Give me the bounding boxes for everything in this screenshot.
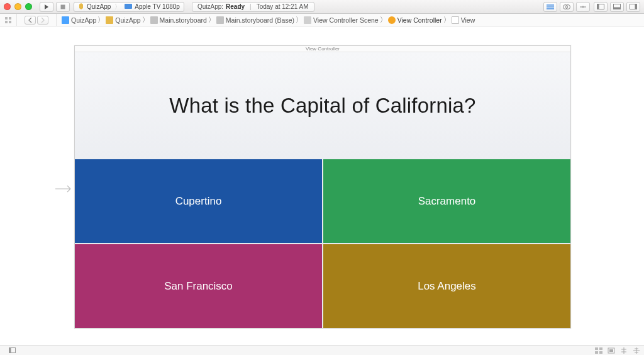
- breadcrumb-separator-icon: 〉: [142, 16, 149, 25]
- story-icon: [216, 16, 224, 24]
- question-label-container[interactable]: What is the Capital of California?: [75, 52, 570, 159]
- breadcrumb-item[interactable]: Main.storyboard (Base): [215, 16, 296, 24]
- related-items-icon[interactable]: [4, 17, 13, 23]
- status-time-label: Today at 12:21 AM: [257, 3, 309, 10]
- answer-button[interactable]: Sacramento: [323, 159, 570, 243]
- breadcrumb-label: QuizApp: [71, 16, 96, 24]
- svg-rect-18: [595, 351, 598, 354]
- breadcrumb-label: Main.storyboard: [160, 16, 207, 24]
- toggle-utilities-button[interactable]: [626, 2, 640, 12]
- activity-view: QuizApp: Ready | Today at 12:21 AM: [192, 2, 314, 12]
- breadcrumb-item[interactable]: View Controller Scene: [303, 16, 380, 24]
- breadcrumb-separator-icon: 〉: [443, 16, 450, 25]
- device-icon: [125, 3, 132, 10]
- pin-constraints-icon[interactable]: [633, 347, 640, 354]
- breadcrumb-label: View Controller: [397, 16, 442, 24]
- status-state-label: Ready: [226, 3, 245, 10]
- svg-rect-5: [597, 4, 599, 9]
- zoom-window-button[interactable]: [25, 3, 32, 10]
- fold-icon: [106, 16, 113, 24]
- svg-rect-17: [599, 347, 602, 350]
- answer-button[interactable]: Los Angeles: [323, 244, 570, 328]
- answer-button[interactable]: Cupertino: [75, 159, 322, 243]
- breadcrumb-label: Main.storyboard (Base): [226, 16, 294, 24]
- jump-bar: QuizApp〉QuizApp〉Main.storyboard〉Main.sto…: [0, 14, 644, 26]
- svg-rect-16: [595, 347, 598, 350]
- scheme-app-label: QuizApp: [87, 3, 111, 10]
- svg-rect-7: [614, 8, 621, 9]
- vc-icon: [388, 16, 396, 24]
- svg-rect-15: [9, 348, 11, 353]
- scheme-selector[interactable]: QuizApp 〉 Apple TV 1080p: [74, 2, 184, 12]
- editor-assistant-button[interactable]: [560, 2, 574, 12]
- view-icon: [452, 16, 459, 24]
- scene-view-controller[interactable]: View Controller What is the Capital of C…: [74, 45, 571, 329]
- canvas-bottom-bar: [0, 345, 644, 355]
- toggle-debug-area-button[interactable]: [610, 2, 624, 12]
- breadcrumb-item[interactable]: QuizApp: [104, 16, 142, 24]
- svg-rect-21: [609, 349, 613, 352]
- svg-rect-9: [635, 4, 637, 9]
- breadcrumb-separator-icon: 〉: [380, 16, 387, 25]
- scene-title: View Controller: [75, 46, 570, 52]
- breadcrumb-label: View: [461, 16, 475, 24]
- ib-canvas-area[interactable]: View Controller What is the Capital of C…: [0, 26, 644, 345]
- answer-label: Los Angeles: [418, 280, 476, 293]
- breadcrumb: QuizApp〉QuizApp〉Main.storyboard〉Main.sto…: [60, 16, 476, 25]
- story-icon: [150, 16, 158, 24]
- svg-rect-11: [9, 17, 11, 20]
- breadcrumb-item[interactable]: View Controller: [387, 16, 443, 24]
- canvas-config-icon[interactable]: [595, 347, 602, 354]
- nav-back-button[interactable]: [25, 16, 36, 25]
- breadcrumb-item[interactable]: QuizApp: [60, 16, 97, 24]
- initial-vc-arrow-icon: [55, 185, 74, 194]
- minimize-window-button[interactable]: [14, 3, 21, 10]
- close-window-button[interactable]: [4, 3, 11, 10]
- run-button[interactable]: [40, 2, 53, 12]
- svg-rect-1: [125, 4, 132, 9]
- breadcrumb-separator-icon: 〉: [296, 16, 303, 25]
- answer-label: San Francisco: [164, 280, 233, 293]
- svg-rect-12: [5, 21, 8, 23]
- app-icon: [78, 3, 84, 11]
- nav-forward-button[interactable]: [37, 16, 48, 25]
- outline-toggle-icon[interactable]: [9, 347, 16, 353]
- align-icon[interactable]: [620, 347, 628, 354]
- scene-icon: [304, 16, 311, 24]
- stop-button[interactable]: [56, 2, 70, 12]
- xcode-toolbar: QuizApp 〉 Apple TV 1080p QuizApp: Ready …: [0, 0, 644, 14]
- breadcrumb-item[interactable]: Main.storyboard: [149, 16, 208, 24]
- breadcrumb-separator-icon: 〉: [208, 16, 215, 25]
- svg-rect-19: [599, 351, 602, 354]
- status-app-label: QuizApp:: [197, 3, 223, 10]
- svg-rect-10: [5, 17, 8, 20]
- answers-grid: CupertinoSacramentoSan FranciscoLos Ange…: [75, 159, 570, 328]
- svg-rect-13: [9, 21, 11, 23]
- breadcrumb-label: View Controller Scene: [313, 16, 379, 24]
- editor-version-button[interactable]: [576, 2, 590, 12]
- breadcrumb-item[interactable]: View: [450, 16, 477, 24]
- question-label: What is the Capital of California?: [169, 94, 475, 118]
- toggle-navigator-button[interactable]: [594, 2, 608, 12]
- scheme-device-label: Apple TV 1080p: [135, 3, 180, 10]
- embed-in-icon[interactable]: [608, 347, 615, 354]
- answer-button[interactable]: San Francisco: [75, 244, 322, 328]
- breadcrumb-separator-icon: 〉: [97, 16, 104, 25]
- answer-label: Sacramento: [418, 195, 476, 208]
- breadcrumb-label: QuizApp: [115, 16, 140, 24]
- answer-label: Cupertino: [175, 195, 222, 208]
- doc-icon: [62, 16, 69, 24]
- editor-standard-button[interactable]: [543, 2, 557, 12]
- window-traffic-lights: [4, 3, 32, 10]
- svg-rect-0: [61, 4, 65, 9]
